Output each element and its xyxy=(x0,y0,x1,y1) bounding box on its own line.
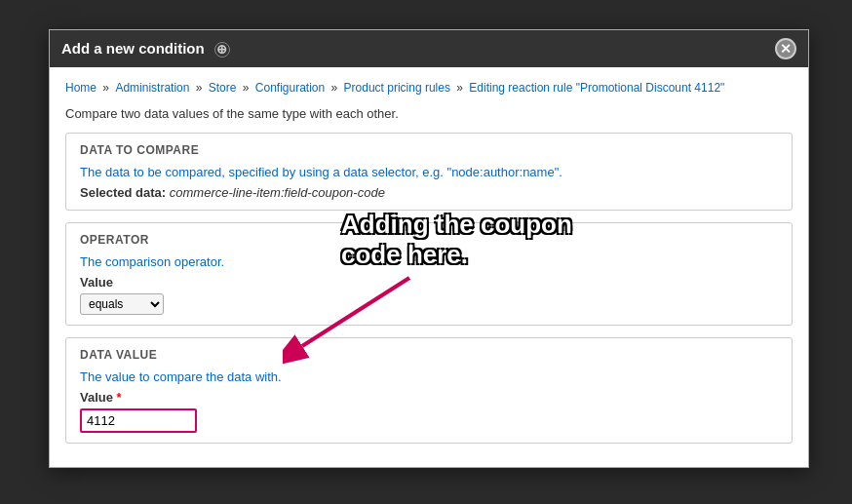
modal-title-text: Add a new condition xyxy=(61,40,205,57)
breadcrumb-administration[interactable]: Administration xyxy=(115,81,189,95)
data-value-input[interactable] xyxy=(80,408,197,433)
selected-data-value: commerce-line-item:field-coupon-code xyxy=(170,185,385,200)
plus-icon[interactable]: ⊕ xyxy=(214,42,230,58)
operator-title: OPERATOR xyxy=(80,233,778,247)
selected-data-label: Selected data: xyxy=(80,185,166,200)
breadcrumb-configuration[interactable]: Configuration xyxy=(255,81,325,95)
operator-section: OPERATOR The comparison operator. Value … xyxy=(65,222,793,326)
modal-header: Add a new condition ⊕ ✕ xyxy=(50,30,808,67)
breadcrumb-sep-1: » xyxy=(102,81,112,95)
breadcrumb-sep-4: » xyxy=(331,81,341,95)
selected-data-row: Selected data: commerce-line-item:field-… xyxy=(80,185,778,200)
modal-dialog: Add a new condition ⊕ ✕ Home » Administr… xyxy=(49,29,809,468)
close-icon: ✕ xyxy=(780,41,792,57)
modal-body: Home » Administration » Store » Configur… xyxy=(50,67,808,467)
page-description: Compare two data values of the same type… xyxy=(65,106,793,121)
breadcrumb-home[interactable]: Home xyxy=(65,81,97,95)
breadcrumb-sep-3: » xyxy=(243,81,252,95)
data-value-desc: The value to compare the data with. xyxy=(80,369,778,384)
breadcrumb-editing-rule[interactable]: Editing reaction rule "Promotional Disco… xyxy=(469,81,724,95)
breadcrumb-store[interactable]: Store xyxy=(209,81,237,95)
operator-desc: The comparison operator. xyxy=(80,254,778,269)
breadcrumb-sep-5: » xyxy=(456,81,466,95)
data-value-title: DATA VALUE xyxy=(80,348,778,362)
breadcrumb-pricing-rules[interactable]: Product pricing rules xyxy=(344,81,450,95)
required-star: * xyxy=(117,390,122,405)
data-to-compare-title: DATA TO COMPARE xyxy=(80,143,778,157)
data-to-compare-section: DATA TO COMPARE The data to be compared,… xyxy=(65,133,793,211)
data-value-label: Value * xyxy=(80,390,778,405)
operator-value-label: Value xyxy=(80,275,778,290)
data-value-section: DATA VALUE The value to compare the data… xyxy=(65,337,793,444)
close-button[interactable]: ✕ xyxy=(775,38,796,59)
breadcrumb: Home » Administration » Store » Configur… xyxy=(65,79,793,97)
data-value-label-text: Value xyxy=(80,390,113,405)
selected-data-value-text: commerce-line-item:field-coupon-code xyxy=(170,185,385,200)
data-to-compare-desc: The data to be compared, specified by us… xyxy=(80,165,778,179)
breadcrumb-sep-2: » xyxy=(196,81,206,95)
modal-title: Add a new condition ⊕ xyxy=(61,40,230,58)
operator-select[interactable]: equals not equals contains starts with e… xyxy=(80,293,164,315)
